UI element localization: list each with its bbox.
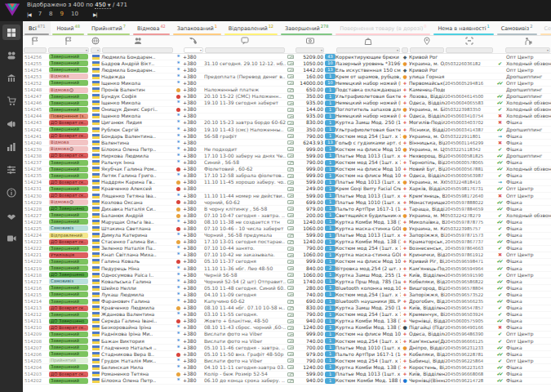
status-cell[interactable]: Завершений	[47, 378, 90, 384]
sidebar-item-cart[interactable]	[2, 93, 20, 109]
status-cell[interactable]: ДО Возврат ск..	[47, 153, 90, 158]
client-phone[interactable]: +380	[183, 298, 204, 305]
column-filter-input[interactable]: ▾	[336, 47, 400, 53]
ttn-number[interactable]: 20450597878775	[445, 219, 494, 225]
client-phone[interactable]: +380	[183, 172, 204, 179]
status-cell[interactable]: Завершений	[47, 186, 90, 192]
ttn-number[interactable]: 0503223983350	[445, 106, 494, 113]
ttn-number[interactable]: 20450596578804	[445, 285, 494, 292]
column-filter-input[interactable]	[205, 47, 285, 53]
status-cell[interactable]: Завершений	[47, 259, 90, 265]
column-header-phone[interactable]	[183, 37, 204, 46]
client-phone[interactable]: +380	[183, 166, 204, 172]
column-filter-input[interactable]	[24, 47, 47, 53]
status-cell[interactable]: ДО Завершено	[47, 272, 90, 278]
column-header-money[interactable]	[295, 37, 325, 46]
column-header-pin[interactable]	[409, 37, 445, 46]
client-phone[interactable]: +380	[183, 127, 204, 133]
sidebar-item-finance[interactable]	[2, 70, 20, 86]
sidebar-item-settings[interactable]	[2, 162, 20, 177]
client-phone[interactable]: +380	[183, 113, 204, 119]
column-header-bag[interactable]	[335, 37, 401, 46]
ttn-number[interactable]: 20450596214728	[445, 377, 494, 384]
tab-10[interactable]: Сервіси0	[539, 21, 551, 35]
ttn-number[interactable]: 20450600581825	[445, 153, 494, 159]
ttn-number[interactable]: 20450596594964	[445, 265, 494, 272]
status-cell[interactable]: Завершений	[47, 60, 90, 66]
first-page-button[interactable]: |◀	[27, 11, 31, 17]
page-number-8[interactable]: 8	[49, 11, 52, 17]
status-cell[interactable]: Завершений	[47, 94, 90, 100]
status-cell[interactable]: Завершений	[47, 219, 90, 225]
client-phone[interactable]: +380	[183, 245, 204, 252]
sidebar-item-video[interactable]	[2, 230, 20, 246]
ttn-number[interactable]: 0503224818416	[445, 179, 494, 185]
status-cell[interactable]: Завершений	[47, 160, 90, 166]
client-phone[interactable]: +380	[183, 87, 204, 93]
column-filter-input[interactable]: ▾	[184, 47, 203, 53]
page-size-dropdown[interactable]: 450 ▼	[95, 2, 110, 9]
page-number-9[interactable]: 9	[60, 11, 64, 17]
client-phone[interactable]: +380	[183, 199, 204, 206]
ttn-number[interactable]: 20450596231233	[445, 345, 494, 351]
client-phone[interactable]: +380	[183, 67, 204, 74]
client-phone[interactable]: +380	[183, 225, 204, 232]
client-phone[interactable]: +380	[183, 265, 204, 272]
sidebar-item-orders-grid[interactable]	[2, 24, 20, 40]
client-phone[interactable]: +380	[183, 74, 204, 80]
client-phone[interactable]: +380	[183, 193, 204, 199]
status-cell[interactable]: Завершений	[47, 299, 90, 305]
ttn-number[interactable]: 20450596591590	[445, 272, 494, 278]
status-cell[interactable]: Самовивіз	[47, 225, 90, 231]
ttn-number[interactable]: 20450597888022	[445, 199, 494, 206]
status-cell[interactable]: Відмоваi	[47, 87, 90, 93]
page-number-7[interactable]: 7	[38, 11, 42, 17]
column-filter-input[interactable]	[410, 47, 444, 53]
ttn-number[interactable]: 20450597871573	[445, 232, 494, 238]
table-row[interactable]: 514202ЗавершенийБілоока Олена Петр..*+38…	[23, 378, 551, 385]
client-phone[interactable]: +380	[183, 179, 204, 185]
status-cell[interactable]: Відмова	[47, 140, 90, 145]
tab-8[interactable]: Нема в наявності1	[432, 21, 495, 35]
status-cell[interactable]: Відмоваi	[47, 146, 90, 152]
client-phone[interactable]: +380	[183, 93, 204, 100]
ttn-number[interactable]: 20450596490166	[445, 324, 494, 331]
column-filter-input[interactable]: ▾	[48, 47, 89, 53]
ttn-number[interactable]: 20450597884659	[445, 206, 494, 212]
client-phone[interactable]: +380	[183, 324, 204, 331]
ttn-number[interactable]: 20450596598471	[445, 258, 494, 265]
client-phone[interactable]: +380	[183, 140, 204, 146]
client-phone[interactable]: +380	[183, 285, 204, 292]
client-phone[interactable]: +380	[183, 133, 204, 140]
client-phone[interactable]: +380	[183, 212, 204, 219]
status-cell[interactable]: ДО Завершено	[47, 206, 90, 212]
tab-9[interactable]: Самовивіз2	[495, 21, 539, 35]
ttn-number[interactable]: 20450600567881	[445, 166, 494, 172]
status-cell[interactable]: Повернення (з..	[47, 114, 90, 119]
tab-0[interactable]: Всі471	[23, 21, 51, 35]
ttn-number[interactable]: 0503225118342	[445, 146, 494, 153]
ttn-number[interactable]: 20450596668068	[445, 371, 494, 377]
status-cell[interactable]: Завершений	[47, 54, 90, 60]
status-cell[interactable]: Відмова	[47, 74, 90, 79]
tab-5[interactable]: Відправлений12	[223, 21, 279, 35]
status-cell[interactable]: Прийнятий	[47, 358, 90, 363]
ttn-number[interactable]: 20450598176731	[445, 185, 494, 192]
ttn-number[interactable]: 20450596223163	[445, 364, 494, 371]
client-phone[interactable]: +380	[183, 54, 204, 60]
ttn-number[interactable]: 20450603410754	[445, 113, 494, 119]
column-header-flag[interactable]	[23, 37, 47, 46]
status-cell[interactable]: Самовивіз	[47, 278, 90, 284]
client-phone[interactable]: +380	[183, 238, 204, 245]
status-cell[interactable]: Завершений	[47, 292, 90, 297]
client-phone[interactable]: +380	[183, 371, 204, 377]
ttn-number[interactable]: 20450601146299	[445, 140, 494, 146]
status-cell[interactable]: ДО Завершено	[47, 318, 90, 324]
client-phone[interactable]: +380	[183, 106, 204, 113]
column-filter-input[interactable]: ▾	[505, 47, 550, 53]
status-cell[interactable]: ДО Возврат ск..	[47, 239, 90, 245]
sidebar-item-stats[interactable]	[2, 139, 20, 154]
status-cell[interactable]: Завершений	[47, 107, 90, 113]
status-cell[interactable]: Відмоваi	[47, 199, 90, 205]
tab-2[interactable]: Прийнятий7	[86, 21, 131, 35]
